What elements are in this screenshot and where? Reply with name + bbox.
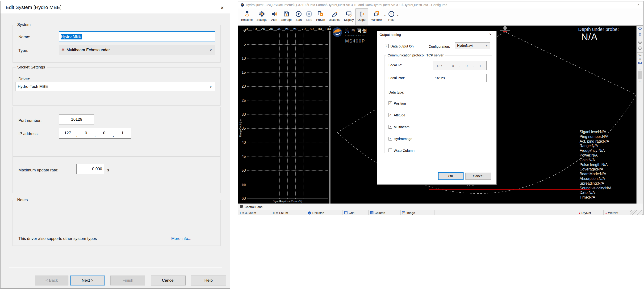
delete-button[interactable]: Del [638,62,642,65]
display-on-icon[interactable] [638,27,642,32]
status-height: H = 1.61 m [271,210,306,215]
maximize-button[interactable]: □ [623,2,633,8]
edit-system-dialog: Edit System [Hydro MBE] × System Name: H… [0,1,230,288]
close-icon[interactable]: × [218,4,227,12]
port-number-label: Port number: [18,118,42,123]
zoom-out-icon[interactable] [638,46,642,51]
back-button[interactable]: < Back [35,275,68,285]
ip-address-input[interactable]: 127 . 0 . 0 . 1 [59,128,131,139]
update-rate-input[interactable]: 0.000 [76,164,104,174]
toolbar-label: Storage [282,18,292,22]
data-output-checkbox[interactable]: ✓ [385,44,388,48]
type-combobox[interactable]: Multibeam Echosounder ∨ [59,45,215,55]
toolbar-realtime-button[interactable]: Realtime [239,9,254,25]
readout-line: Siganl level:N/A [580,130,612,134]
button-separator [9,267,222,267]
chevron-down-icon: ∨ [210,48,212,52]
y-tick: 55 [238,182,246,187]
profile-panel[interactable]: 0 10 20 30 40 50 60 70 80 90 100 0 5 10 … [238,26,329,204]
toolbar-start-button[interactable]: Start [294,9,304,25]
minimize-button[interactable]: — [613,2,622,8]
help-button[interactable]: Help [191,275,226,285]
image-icon [402,211,405,214]
status-grid[interactable]: Grid [343,210,369,215]
ok-button[interactable]: OK [438,172,464,180]
toolbar-label: Distance [329,18,340,22]
position-checkbox[interactable]: ✓ [388,101,392,105]
status-image[interactable]: Image [400,210,435,215]
attitude-checkbox[interactable]: ✓ [388,113,392,117]
driver-combobox[interactable]: Hydro-Tech MBE ∨ [16,82,215,91]
readout-line: Spreading:N/A [580,181,612,186]
side-tool-strip: Y+ Y- Del ▲ ▼ [636,26,643,204]
cancel-button[interactable]: Cancel [151,275,186,285]
toolbar-window-button[interactable]: Window [370,9,384,25]
multibeam-icon [61,48,65,53]
type-value: Multibeam Echosounder [66,48,110,52]
gear-icon [258,10,265,18]
toolbar-display-button[interactable]: Display [342,9,356,25]
window-close-button[interactable]: × [634,2,643,8]
x-tick: 60 [293,27,298,31]
resize-grip[interactable] [630,210,643,215]
more-info-link[interactable]: More info... [171,236,191,241]
window-dropdown-icon[interactable]: ▾ [384,15,386,17]
grid-icon [344,211,348,214]
scroll-up-icon[interactable]: ▲ [639,68,641,70]
status-bar: L = 30.30 m H = 1.61 m Roll stab Grid Co… [238,210,643,215]
local-port-label: Local Port: [388,76,405,80]
y-tick: 60 [238,196,246,201]
configuration-combobox[interactable]: HydroNavi ∨ [455,42,490,49]
next-button[interactable]: Next > [70,275,105,285]
port-number-value: 16129 [71,117,82,122]
brand-logo-block: 海卓同创 Hydro-Tech Marine [332,27,368,39]
finish-button[interactable]: Finish [110,275,145,285]
svg-text:?: ? [390,12,392,16]
strip-separator [638,52,642,53]
local-ip-octet-1: 127 [433,64,446,68]
ip-octet-3[interactable]: 0 [96,131,113,136]
name-value-selected: Hydro MBE [61,34,82,40]
tab-control-panel[interactable]: Control Panel [239,204,266,210]
toolbar-distance-button[interactable]: Distance [327,9,342,25]
scroll-thumb[interactable] [638,71,642,79]
close-icon[interactable]: × [487,32,494,37]
help-dropdown-icon[interactable]: ▾ [396,15,399,17]
driver-label: Driver: [18,77,30,82]
toolbar-storage-button[interactable]: Storage [280,9,294,25]
display-off-icon[interactable] [638,33,642,38]
zoom-in-icon[interactable] [638,40,642,45]
local-port-input[interactable]: 16129 [433,74,487,82]
ip-octet-1[interactable]: 127 [59,131,76,136]
scroll-down-icon[interactable]: ▼ [639,80,641,82]
x-tick: 70 [301,27,306,31]
ip-octet-4[interactable]: 1 [114,131,131,136]
status-roll-stab[interactable]: Roll stab [306,210,343,215]
y-tick: 15 [238,70,246,75]
output-setting-dialog: Output setting × ✓ Data output On Config… [377,31,496,185]
y-minus-button[interactable]: Y- [639,58,641,61]
toolbar-output-button[interactable]: Output [356,9,368,25]
brand-name-sub: Hydro-Tech Marine [345,35,368,36]
x-tick: 90 [317,27,322,31]
multibeam-label: Multibeam [394,125,410,129]
name-input[interactable]: Hydro MBE [59,32,215,42]
brand-name-cn: 海卓同创 [345,28,368,34]
status-column[interactable]: Column [369,210,400,215]
hydroimage-checkbox[interactable]: ✓ [388,137,392,140]
multibeam-checkbox[interactable]: ✓ [388,125,392,129]
ip-octet-2[interactable]: 0 [78,131,94,136]
edit-dialog-title: Edit System [Hydro MBE] [6,5,62,10]
column-icon [370,211,374,214]
port-number-input[interactable]: 16129 [59,115,94,124]
toolbar-label: Alert [271,18,278,22]
toolbar-help-button[interactable]: ? Help [386,9,396,25]
y-plus-button[interactable]: Y+ [638,54,642,57]
readout-line: Pulse length:N/A [580,162,612,167]
toolbar-prtscn-button[interactable]: PrtScn [314,9,327,25]
watercolumn-checkbox[interactable] [388,149,392,152]
cancel-button[interactable]: Cancel [466,173,491,180]
toolbar-stop-button[interactable]: Stop [304,9,314,25]
toolbar-settings-button[interactable]: Settings [254,9,269,25]
toolbar-alert-button[interactable]: Alert [269,9,280,25]
